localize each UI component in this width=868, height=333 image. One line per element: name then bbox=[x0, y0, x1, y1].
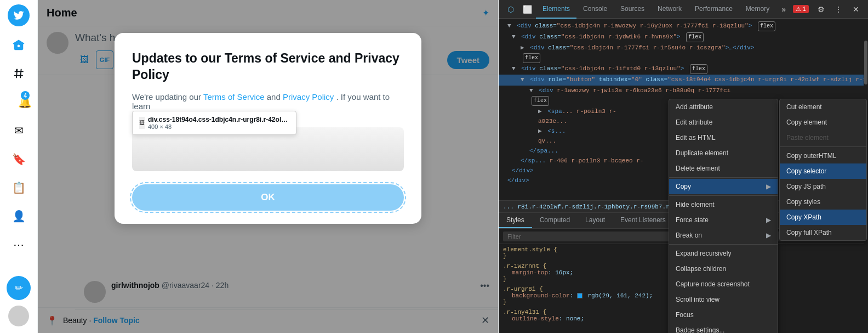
copy-full-xpath[interactable]: Copy full XPath bbox=[780, 225, 866, 240]
copy-sep bbox=[780, 146, 866, 147]
ctx-edit-attribute[interactable]: Edit attribute bbox=[669, 115, 778, 130]
html-line[interactable]: ▼ <div class="css-1dbjc4n r-1ydw1k6 r-hv… bbox=[499, 32, 868, 43]
ctx-edit-html[interactable]: Edit as HTML bbox=[669, 130, 778, 145]
compose-button[interactable]: ✏ bbox=[7, 276, 31, 300]
tooltip-size: 400 × 48 bbox=[148, 123, 290, 130]
modal-title: Updates to our Terms of Service and Priv… bbox=[132, 50, 404, 83]
scrollbar-thumb[interactable] bbox=[864, 41, 867, 84]
privacy-link[interactable]: Privacy Policy bbox=[283, 92, 334, 101]
copy-outerhtml[interactable]: Copy outerHTML bbox=[780, 148, 866, 163]
copy-selector[interactable]: Copy selector bbox=[780, 163, 866, 179]
copy-xpath[interactable]: Copy XPath bbox=[780, 210, 866, 225]
ctx-badge[interactable]: Badge settings... bbox=[669, 323, 778, 333]
ctx-collapse-label: Collapse children bbox=[676, 265, 726, 273]
modal-image-area: 🖼 div.css-18t94o4.css-1dbjc4n.r-urgr8i.r… bbox=[132, 127, 404, 171]
ctx-delete-label: Delete element bbox=[676, 165, 720, 172]
terms-link[interactable]: Terms of Service bbox=[203, 92, 265, 101]
ctx-sep-2 bbox=[669, 195, 778, 196]
tooltip-selector: div.css-18t94o4.css-1dbjc4n.r-urgr8i.r-4… bbox=[148, 116, 290, 130]
tab-elements[interactable]: Elements bbox=[536, 0, 576, 19]
close-devtools-icon[interactable]: ✕ bbox=[848, 2, 864, 17]
sidebar-item-more[interactable]: ⋯ bbox=[5, 232, 32, 258]
ctx-sep-1 bbox=[669, 177, 778, 178]
terms-modal: Updates to our Terms of Service and Priv… bbox=[115, 33, 421, 224]
ctx-duplicate[interactable]: Duplicate element bbox=[669, 145, 778, 161]
ctx-expand-label: Expand recursively bbox=[676, 250, 731, 257]
device-icon[interactable]: ⬜ bbox=[519, 2, 535, 17]
copy-submenu: Cut element Copy element Paste element C… bbox=[779, 99, 867, 241]
html-line[interactable]: ▼ <div class="css-1dbjc4n r-1awozwy r-16… bbox=[499, 21, 868, 32]
css-outline-val: none; bbox=[566, 315, 584, 322]
devtools-icons-right: ⚠ 1 ⚙ ⋮ ✕ bbox=[793, 2, 864, 17]
html-line-selected[interactable]: ▼ <div role="button" tabindex="0" class=… bbox=[499, 75, 868, 86]
sidebar-item-home[interactable] bbox=[5, 32, 32, 58]
modal-and: and bbox=[267, 92, 281, 101]
more-icon[interactable]: ⋮ bbox=[831, 2, 846, 17]
tab-event-listeners[interactable]: Event Listeners bbox=[613, 213, 673, 228]
ctx-copy[interactable]: Copy ▶ bbox=[669, 179, 778, 194]
ctx-break-label: Break on bbox=[676, 232, 702, 239]
cursor-icon[interactable]: ⬡ bbox=[503, 2, 518, 17]
modal-body: We're updating our Terms of Service and … bbox=[132, 92, 404, 111]
ctx-edit-html-label: Edit as HTML bbox=[676, 134, 716, 142]
tab-performance[interactable]: Performance bbox=[688, 0, 739, 19]
ctx-focus[interactable]: Focus bbox=[669, 307, 778, 323]
tab-console[interactable]: Console bbox=[576, 0, 614, 19]
ctx-expand[interactable]: Expand recursively bbox=[669, 246, 778, 261]
copy-paste-element: Paste element bbox=[780, 130, 866, 145]
copy-element-label: Copy element bbox=[786, 118, 827, 126]
html-line[interactable]: ▶ <div class="css-1dbjc4n r-1777fci r-1r… bbox=[499, 43, 868, 53]
tab-computed[interactable]: Computed bbox=[532, 213, 578, 228]
copy-copy-element[interactable]: Copy element bbox=[780, 115, 866, 130]
sidebar-item-messages[interactable]: ✉ bbox=[5, 117, 32, 144]
color-swatch[interactable] bbox=[577, 293, 583, 298]
tab-sources[interactable]: Sources bbox=[614, 0, 651, 19]
ctx-copy-label: Copy bbox=[676, 183, 691, 190]
copy-cut-element[interactable]: Cut element bbox=[780, 99, 866, 115]
sidebar-item-bookmarks[interactable]: 🔖 bbox=[5, 146, 32, 172]
twitter-panel: 🔔 4 ✉ 🔖 📋 👤 ⋯ ✏ Home ✦ bbox=[0, 0, 499, 333]
tooltip-title: div.css-18t94o4.css-1dbjc4n.r-urgr8i.r-4… bbox=[148, 116, 290, 123]
css-outline-prop: outline-style bbox=[512, 315, 559, 322]
twitter-logo[interactable] bbox=[8, 4, 30, 26]
ctx-force-state[interactable]: Force state ▶ bbox=[669, 212, 778, 228]
sidebar-item-notifications[interactable]: 🔔 4 bbox=[5, 89, 32, 115]
feed: Home ✦ What's happening? 🖼 GIF 📊 😊 📅 Twe… bbox=[37, 0, 499, 333]
ctx-focus-label: Focus bbox=[676, 311, 694, 319]
copy-js-path-label: Copy JS path bbox=[786, 183, 826, 190]
error-badge: ⚠ 1 bbox=[793, 5, 809, 13]
ctx-duplicate-label: Duplicate element bbox=[676, 149, 728, 157]
ctx-edit-attribute-label: Edit attribute bbox=[676, 118, 712, 126]
tab-network[interactable]: Network bbox=[651, 0, 688, 19]
sidebar-item-profile[interactable]: 👤 bbox=[5, 203, 32, 229]
tab-memory[interactable]: Memory bbox=[739, 0, 776, 19]
ctx-hide[interactable]: Hide element bbox=[669, 197, 778, 212]
ctx-delete[interactable]: Delete element bbox=[669, 161, 778, 176]
ctx-force-arrow: ▶ bbox=[766, 216, 771, 224]
sidebar-item-lists[interactable]: 📋 bbox=[5, 174, 32, 201]
element-tooltip: 🖼 div.css-18t94o4.css-1dbjc4n.r-urgr8i.r… bbox=[132, 111, 296, 135]
user-avatar[interactable] bbox=[8, 306, 29, 326]
modal-ok-button[interactable]: OK bbox=[132, 184, 404, 211]
html-line[interactable]: ▼ <div r-1awozwy r-jwli3a r-6koa23e6 r-b… bbox=[499, 86, 868, 95]
tab-styles[interactable]: Styles bbox=[499, 213, 532, 228]
sidebar: 🔔 4 ✉ 🔖 📋 👤 ⋯ ✏ bbox=[0, 0, 37, 333]
ctx-break-on[interactable]: Break on ▶ bbox=[669, 228, 778, 243]
ctx-add-attribute[interactable]: Add attribute bbox=[669, 99, 778, 115]
ctx-collapse[interactable]: Collapse children bbox=[669, 261, 778, 276]
devtools-toolbar: ⬡ ⬜ Elements Console Sources Network Per… bbox=[499, 0, 868, 19]
context-menu: Add attribute Edit attribute Edit as HTM… bbox=[669, 99, 778, 333]
more-tabs-icon[interactable]: » bbox=[776, 2, 791, 17]
ctx-break-arrow: ▶ bbox=[766, 232, 771, 239]
settings-icon[interactable]: ⚙ bbox=[813, 2, 829, 17]
ctx-add-attribute-label: Add attribute bbox=[676, 103, 713, 111]
sidebar-item-explore[interactable] bbox=[5, 60, 32, 87]
copy-styles[interactable]: Copy styles bbox=[780, 194, 866, 210]
html-line[interactable]: ▼ <div class="css-1dbjc4n r-1ifxtd0 r-13… bbox=[499, 64, 868, 75]
ctx-capture[interactable]: Capture node screenshot bbox=[669, 276, 778, 292]
copy-js-path[interactable]: Copy JS path bbox=[780, 179, 866, 194]
ctx-capture-label: Capture node screenshot bbox=[676, 280, 750, 288]
html-line[interactable]: flex bbox=[499, 53, 868, 64]
tab-layout[interactable]: Layout bbox=[578, 213, 613, 228]
ctx-scroll[interactable]: Scroll into view bbox=[669, 292, 778, 307]
